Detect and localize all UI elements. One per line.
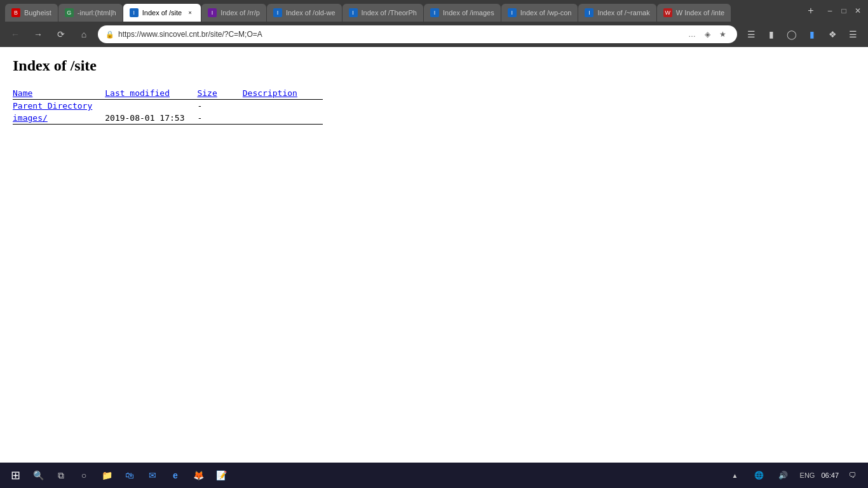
tab-tab3[interactable]: IIndex of /site× <box>123 4 201 22</box>
notepad-icon: 📝 <box>216 470 227 480</box>
col-size-header: Size <box>197 87 242 100</box>
taskbar-mail[interactable]: ✉ <box>142 465 163 485</box>
tab-label-tab8: Index of /wp-con <box>520 9 572 17</box>
dir-link-0[interactable]: Parent Directory <box>13 101 92 111</box>
taskbar: ⊞ 🔍 ⧉ ○ 📁 🛍 ✉ e 🦊 📝 <box>0 463 868 488</box>
tab-label-tab9: Index of /~ramak <box>597 9 649 17</box>
minimize-button[interactable]: – <box>825 6 835 16</box>
tab-tab10[interactable]: WW Index of /inte <box>657 4 731 22</box>
col-desc-link[interactable]: Description <box>243 88 297 98</box>
menu-button[interactable]: ☰ <box>844 25 862 43</box>
taskbar-taskview[interactable]: ⧉ <box>51 465 71 485</box>
tab-favicon-tab4: I <box>208 8 217 17</box>
tab-close-tab3[interactable]: × <box>186 8 194 17</box>
network-icon: 🌐 <box>754 471 764 480</box>
tab-tab9[interactable]: IIndex of /~ramak <box>578 4 656 22</box>
title-bar: BBugheistG-inurl:(html|hIIndex of /site×… <box>0 0 868 22</box>
table-header-row: Name Last modified Size Description <box>13 87 323 100</box>
tray-volume[interactable]: 🔊 <box>773 465 793 485</box>
toolbar-right: ☰ ▮ ◯ ▮ ❖ ☰ <box>742 25 862 43</box>
fileexplorer-icon: 📁 <box>102 470 112 480</box>
synced-tabs-button[interactable]: ▮ <box>763 25 780 43</box>
tray-lang[interactable]: ENG <box>797 465 817 485</box>
tab-favicon-tab6: I <box>349 8 358 17</box>
tab-favicon-tab8: I <box>508 8 517 17</box>
tab-favicon-tab3: I <box>130 8 139 17</box>
col-modified-link[interactable]: Last modified <box>105 88 170 98</box>
cortana-icon: ○ <box>81 470 86 480</box>
tray-show-hidden[interactable]: ▲ <box>724 465 745 485</box>
maximize-button[interactable]: □ <box>839 6 849 16</box>
taskbar-firefox[interactable]: 🦊 <box>188 465 208 485</box>
chevron-up-icon: ▲ <box>732 472 738 479</box>
back-button[interactable]: ← <box>6 25 24 43</box>
clock-time: 06:47 <box>821 471 839 479</box>
volume-icon: 🔊 <box>778 471 788 480</box>
dir-modified-1: 2019-08-01 17:53 <box>105 112 197 125</box>
pocket-button[interactable]: ◈ <box>700 27 714 41</box>
taskview-icon: ⧉ <box>58 470 64 481</box>
tab-label-tab3: Index of /site <box>142 9 182 17</box>
col-name-link[interactable]: Name <box>13 88 32 98</box>
tab-tab7[interactable]: IIndex of /images <box>424 4 501 22</box>
browser-window: BBugheistG-inurl:(html|hIIndex of /site×… <box>0 0 868 488</box>
windows-icon: ⊞ <box>11 468 20 482</box>
taskbar-edge[interactable]: e <box>165 465 186 485</box>
tab-favicon-tab1: B <box>11 8 20 17</box>
col-desc-header: Description <box>243 87 323 100</box>
notification-icon: 🗨 <box>849 471 857 480</box>
tab-bar: BBugheistG-inurl:(html|hIIndex of /site×… <box>5 0 802 22</box>
taskbar-notepad[interactable]: 📝 <box>211 465 231 485</box>
window-controls: – □ ✕ <box>820 6 863 16</box>
taskbar-search[interactable]: 🔍 <box>28 465 48 485</box>
start-button[interactable]: ⊞ <box>5 465 25 485</box>
tab-favicon-tab10: W <box>663 8 672 17</box>
account-button[interactable]: ◯ <box>783 25 801 43</box>
col-name-header: Name <box>13 87 105 100</box>
tab-favicon-tab2: G <box>65 8 74 17</box>
home-button[interactable]: ⌂ <box>75 25 93 43</box>
tab-label-tab10: W Index of /inte <box>676 9 724 17</box>
tab-tab1[interactable]: BBugheist <box>5 4 58 22</box>
tab-label-tab1: Bugheist <box>24 9 51 17</box>
forward-button[interactable]: → <box>29 25 47 43</box>
taskbar-fileexplorer[interactable]: 📁 <box>97 465 117 485</box>
reader-mode-button[interactable]: … <box>685 27 699 41</box>
tray-notification[interactable]: 🗨 <box>843 465 863 485</box>
tab-label-tab7: Index of /images <box>443 9 494 17</box>
tab-tab8[interactable]: IIndex of /wp-con <box>501 4 578 22</box>
new-tab-button[interactable]: + <box>802 2 820 20</box>
close-button[interactable]: ✕ <box>853 6 863 16</box>
url-text: https://www.sincovel.cnt.br/site/?C=M;O=… <box>118 30 681 39</box>
tab-tab4[interactable]: IIndex of /rr/p <box>201 4 266 22</box>
tab-tab2[interactable]: G-inurl:(html|h <box>58 4 123 22</box>
shield-button[interactable]: ▮ <box>803 25 821 43</box>
dir-link-1[interactable]: images/ <box>13 113 48 123</box>
url-bar[interactable]: 🔒 https://www.sincovel.cnt.br/site/?C=M;… <box>98 25 737 43</box>
search-icon: 🔍 <box>33 470 44 480</box>
reload-button[interactable]: ⟳ <box>52 25 70 43</box>
tab-label-tab4: Index of /rr/p <box>220 9 260 17</box>
col-size-link[interactable]: Size <box>197 88 217 98</box>
bookmark-button[interactable]: ★ <box>715 27 729 41</box>
table-row: images/2019-08-01 17:53- <box>13 112 323 125</box>
tab-favicon-tab7: I <box>430 8 439 17</box>
taskbar-cortana[interactable]: ○ <box>74 465 94 485</box>
page-title: Index of /site <box>13 57 855 74</box>
tab-tab6[interactable]: IIndex of /TheorPh <box>342 4 423 22</box>
dir-size-1: - <box>197 112 242 125</box>
library-button[interactable]: ☰ <box>742 25 760 43</box>
dir-desc-0 <box>243 100 323 112</box>
tab-label-tab5: Index of /old-we <box>286 9 336 17</box>
tab-label-tab2: -inurl:(html|h <box>78 9 116 17</box>
tab-favicon-tab5: I <box>273 8 282 17</box>
store-icon: 🛍 <box>125 470 134 480</box>
system-tray: ▲ 🌐 🔊 ENG 06:47 🗨 <box>724 465 863 485</box>
address-bar: ← → ⟳ ⌂ 🔒 https://www.sincovel.cnt.br/si… <box>0 22 868 47</box>
tray-network[interactable]: 🌐 <box>749 465 769 485</box>
tab-tab5[interactable]: IIndex of /old-we <box>267 4 342 22</box>
dir-desc-1 <box>243 112 323 125</box>
language-label: ENG <box>800 471 815 479</box>
extensions-button[interactable]: ❖ <box>824 25 841 43</box>
taskbar-store[interactable]: 🛍 <box>119 465 140 485</box>
